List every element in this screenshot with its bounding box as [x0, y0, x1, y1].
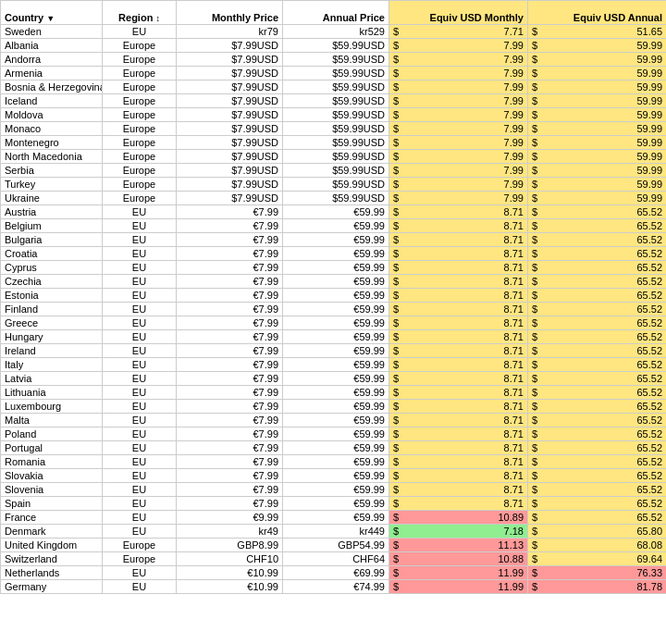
cell-monthly: $7.99USD	[177, 53, 283, 67]
cell-equiv-annual: $ 59.99	[528, 136, 667, 150]
dollar-sign-monthly: $	[393, 290, 399, 301]
equiv-monthly-value: 11.99	[498, 581, 524, 592]
cell-monthly: $7.99USD	[177, 178, 283, 192]
equiv-annual-value: 65.52	[636, 401, 662, 412]
cell-country: Greece	[1, 316, 103, 330]
cell-region: EU	[103, 497, 177, 511]
cell-region: Europe	[103, 108, 177, 122]
cell-region: EU	[103, 303, 177, 316]
cell-region: Europe	[103, 67, 177, 80]
equiv-monthly-value: 8.71	[504, 428, 524, 440]
dollar-sign-annual: $	[532, 345, 537, 356]
cell-equiv-monthly: $ 10.89	[389, 511, 528, 525]
dollar-sign-monthly: $	[393, 317, 399, 328]
equiv-monthly-value: 7.99	[504, 192, 524, 204]
cell-annual: $59.99USD	[283, 53, 389, 67]
dollar-sign-monthly: $	[393, 553, 399, 564]
dollar-sign-annual: $	[532, 54, 537, 65]
dollar-sign-monthly: $	[393, 581, 399, 592]
cell-annual: kr449	[283, 525, 389, 539]
equiv-annual-value: 65.52	[636, 276, 662, 287]
cell-equiv-monthly: $ 7.99	[389, 164, 528, 178]
dollar-sign-monthly: $	[393, 512, 399, 523]
dollar-sign-monthly: $	[393, 498, 399, 509]
cell-monthly: €7.99	[177, 386, 283, 400]
cell-equiv-annual: $ 59.99	[528, 80, 667, 94]
cell-monthly: €7.99	[177, 427, 283, 441]
cell-equiv-annual: $ 59.99	[528, 53, 667, 67]
table-row: Romania EU €7.99 €59.99 $ 8.71 $ 65.52	[1, 455, 667, 469]
cell-annual: €59.99	[283, 219, 389, 233]
equiv-monthly-value: 8.71	[504, 248, 524, 259]
cell-region: Europe	[103, 39, 177, 53]
filter-icon[interactable]: ▼	[46, 14, 55, 23]
cell-equiv-monthly: $ 7.99	[389, 122, 528, 136]
region-filter-icon[interactable]: ↕	[155, 14, 160, 23]
table-row: Italy EU €7.99 €59.99 $ 8.71 $ 65.52	[1, 358, 667, 372]
dollar-sign-monthly: $	[393, 165, 399, 176]
cell-equiv-monthly: $ 7.18	[389, 525, 528, 539]
equiv-monthly-value: 8.71	[504, 401, 524, 412]
dollar-sign-annual: $	[532, 303, 537, 315]
cell-region: Europe	[103, 136, 177, 150]
cell-equiv-annual: $ 81.78	[528, 580, 667, 594]
table-row: Albania Europe $7.99USD $59.99USD $ 7.99…	[1, 39, 667, 53]
equiv-annual-value: 65.52	[636, 331, 662, 342]
cell-country: Iceland	[1, 94, 103, 108]
table-row: Cyprus EU €7.99 €59.99 $ 8.71 $ 65.52	[1, 261, 667, 275]
cell-country: Andorra	[1, 53, 103, 67]
equiv-monthly-value: 7.99	[504, 40, 524, 51]
cell-equiv-monthly: $ 8.71	[389, 400, 528, 414]
header-annual-price[interactable]: Annual Price	[283, 1, 389, 25]
equiv-annual-value: 65.52	[636, 373, 662, 384]
cell-region: EU	[103, 580, 177, 594]
cell-monthly: €7.99	[177, 414, 283, 427]
dollar-sign-monthly: $	[393, 262, 399, 273]
cell-annual: €69.99	[283, 566, 389, 580]
cell-equiv-annual: $ 65.52	[528, 414, 667, 427]
cell-country: Netherlands	[1, 566, 103, 580]
header-equiv-usd-monthly[interactable]: Equiv USD Monthly	[389, 1, 528, 25]
table-row: Denmark EU kr49 kr449 $ 7.18 $ 65.80	[1, 525, 667, 539]
dollar-sign-annual: $	[532, 415, 537, 426]
dollar-sign-annual: $	[532, 526, 537, 537]
table-row: Hungary EU €7.99 €59.99 $ 8.71 $ 65.52	[1, 330, 667, 344]
dollar-sign-annual: $	[532, 539, 537, 551]
cell-region: EU	[103, 414, 177, 427]
cell-equiv-monthly: $ 8.71	[389, 233, 528, 247]
cell-region: EU	[103, 372, 177, 386]
header-country[interactable]: Country ▼	[1, 1, 103, 25]
header-region[interactable]: Region ↕	[103, 1, 177, 25]
cell-equiv-monthly: $ 8.71	[389, 205, 528, 219]
cell-annual: €59.99	[283, 483, 389, 497]
equiv-annual-value: 59.99	[636, 179, 662, 190]
equiv-monthly-value: 8.71	[504, 415, 524, 426]
header-equiv-usd-annual[interactable]: Equiv USD Annual	[528, 1, 667, 25]
equiv-annual-value: 65.52	[636, 248, 662, 259]
cell-country: Monaco	[1, 122, 103, 136]
table-row: Moldova Europe $7.99USD $59.99USD $ 7.99…	[1, 108, 667, 122]
cell-monthly: €7.99	[177, 455, 283, 469]
header-monthly-price[interactable]: Monthly Price	[177, 1, 283, 25]
cell-region: Europe	[103, 150, 177, 164]
equiv-monthly-value: 8.71	[504, 331, 524, 342]
table-row: Turkey Europe $7.99USD $59.99USD $ 7.99 …	[1, 178, 667, 192]
equiv-monthly-value: 10.89	[498, 512, 524, 523]
dollar-sign-annual: $	[532, 206, 537, 217]
cell-region: EU	[103, 427, 177, 441]
table-row: Slovakia EU €7.99 €59.99 $ 8.71 $ 65.52	[1, 469, 667, 483]
cell-monthly: $7.99USD	[177, 150, 283, 164]
equiv-monthly-value: 11.99	[498, 567, 524, 578]
dollar-sign-annual: $	[532, 179, 537, 190]
cell-equiv-annual: $ 65.52	[528, 219, 667, 233]
table-row: Sweden EU kr79 kr529 $ 7.71 $ 51.65	[1, 25, 667, 39]
cell-region: Europe	[103, 539, 177, 552]
dollar-sign-monthly: $	[393, 331, 399, 342]
equiv-annual-value: 65.52	[636, 345, 662, 356]
dollar-sign-monthly: $	[393, 248, 399, 259]
cell-monthly: $7.99USD	[177, 94, 283, 108]
dollar-sign-monthly: $	[393, 192, 399, 204]
cell-country: Estonia	[1, 289, 103, 303]
cell-equiv-monthly: $ 8.71	[389, 275, 528, 289]
cell-equiv-monthly: $ 7.99	[389, 67, 528, 80]
